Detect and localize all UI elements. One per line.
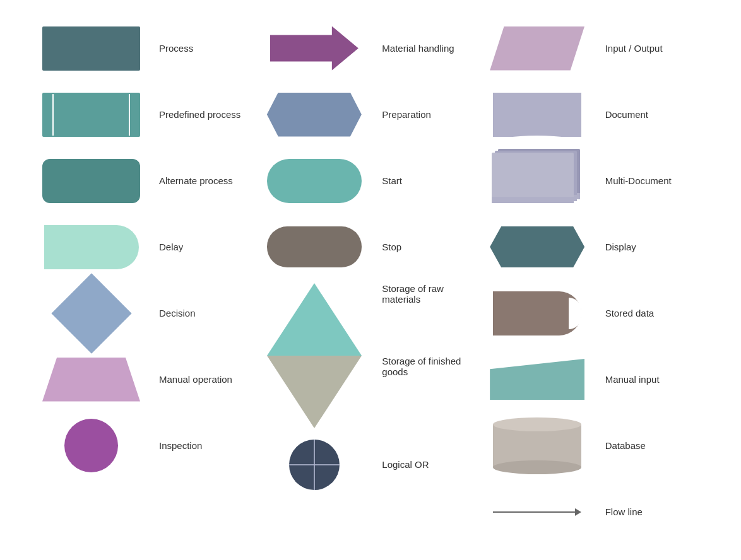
shape-alternate-container <box>36 159 146 203</box>
logical-or-label: Logical OR <box>382 459 482 470</box>
stored-data-shape <box>493 291 581 335</box>
row-stored-data: Stored data <box>482 283 705 343</box>
row-multidoc: Multi-Document <box>482 151 705 211</box>
preparation-label: Preparation <box>382 109 482 120</box>
logical-or-line-v <box>314 440 315 490</box>
shape-manual-op-container <box>36 358 146 402</box>
row-decision: Decision <box>36 283 259 343</box>
row-process: Process <box>36 18 259 78</box>
shape-logical-or-container <box>259 440 369 490</box>
row-material-handling: Material handling <box>259 18 482 78</box>
shape-storage-container <box>259 283 369 428</box>
alternate-shape <box>42 159 140 203</box>
predefined-label: Predefined process <box>159 109 259 120</box>
logical-or-shape <box>289 440 340 490</box>
material-handling-label: Material handling <box>382 43 482 54</box>
display-shape <box>490 226 584 267</box>
doc-wave <box>493 131 581 137</box>
shape-stop-container <box>259 226 369 267</box>
input-output-shape <box>490 26 584 71</box>
preparation-shape <box>267 93 362 137</box>
shape-database-container <box>482 417 593 474</box>
multidoc-shape <box>492 153 583 209</box>
shape-inspection-container <box>36 419 146 472</box>
shape-document-container <box>482 93 593 137</box>
database-shape <box>493 417 581 474</box>
storage-finished-label: Storage of finishedgoods <box>382 356 461 428</box>
process-label: Process <box>159 43 259 54</box>
row-stop: Stop <box>259 217 482 277</box>
alternate-label: Alternate process <box>159 175 259 186</box>
shape-stored-data-container <box>482 291 593 335</box>
doc-body <box>493 93 581 131</box>
multidoc-front <box>492 153 574 198</box>
inspection-label: Inspection <box>159 440 259 451</box>
row-preparation: Preparation <box>259 85 482 144</box>
flow-line-shape <box>493 508 581 516</box>
shape-process-container <box>36 26 146 71</box>
shape-delay-container <box>36 225 146 269</box>
shape-input-output-container <box>482 26 593 71</box>
row-manual-input: Manual input <box>482 349 705 409</box>
flow-line-arrow <box>575 508 581 516</box>
start-shape <box>267 159 362 203</box>
shape-preparation-container <box>259 93 369 137</box>
shape-start-container <box>259 159 369 203</box>
shape-manual-input-container <box>482 359 593 400</box>
multidoc-label: Multi-Document <box>605 175 705 186</box>
shape-multidoc-container <box>482 153 593 209</box>
display-label: Display <box>605 242 705 252</box>
row-alternate: Alternate process <box>36 151 259 211</box>
storage-raw-label: Storage of rawmaterials <box>382 283 461 356</box>
row-start: Start <box>259 151 482 211</box>
diagram-container: Process Predefined process Alternate pro… <box>23 6 718 554</box>
db-top <box>493 417 581 431</box>
flow-line-label: Flow line <box>605 506 705 517</box>
flow-line-body <box>493 511 575 513</box>
process-shape <box>42 26 140 71</box>
manual-op-label: Manual operation <box>159 374 259 385</box>
column-3: Input / Output Document Multi-Document <box>482 18 705 542</box>
material-handling-shape <box>270 26 359 71</box>
delay-label: Delay <box>159 242 259 252</box>
db-bottom <box>493 460 581 474</box>
shape-decision-container <box>36 285 146 342</box>
start-label: Start <box>382 175 482 186</box>
row-display: Display <box>482 217 705 277</box>
stored-data-label: Stored data <box>605 308 705 318</box>
shape-flow-line-container <box>482 508 593 516</box>
shape-predefined-container <box>36 93 146 137</box>
column-2: Material handling Preparation Start Stop <box>259 18 482 542</box>
delay-shape <box>44 225 139 269</box>
storage-raw-shape <box>267 283 362 356</box>
stop-shape <box>267 226 362 267</box>
manual-op-shape <box>42 358 140 402</box>
inspection-shape <box>64 419 118 472</box>
row-predefined: Predefined process <box>36 85 259 144</box>
row-database: Database <box>482 416 705 475</box>
row-delay: Delay <box>36 217 259 277</box>
manual-input-shape <box>490 359 584 400</box>
decision-shape <box>51 273 131 353</box>
document-shape <box>493 93 581 137</box>
row-manual-op: Manual operation <box>36 349 259 409</box>
manual-input-label: Manual input <box>605 374 705 385</box>
storage-finished-shape <box>267 356 362 428</box>
shape-material-handling-container <box>259 26 369 71</box>
input-output-label: Input / Output <box>605 43 705 54</box>
predefined-shape <box>42 93 140 137</box>
row-logical-or: Logical OR <box>259 435 482 494</box>
row-flow-line: Flow line <box>482 482 705 542</box>
row-input-output: Input / Output <box>482 18 705 78</box>
database-label: Database <box>605 440 705 451</box>
row-inspection: Inspection <box>36 416 259 475</box>
column-1: Process Predefined process Alternate pro… <box>36 18 259 542</box>
row-document: Document <box>482 85 705 144</box>
shape-display-container <box>482 226 593 267</box>
stop-label: Stop <box>382 242 482 252</box>
document-label: Document <box>605 109 705 120</box>
decision-label: Decision <box>159 308 259 318</box>
